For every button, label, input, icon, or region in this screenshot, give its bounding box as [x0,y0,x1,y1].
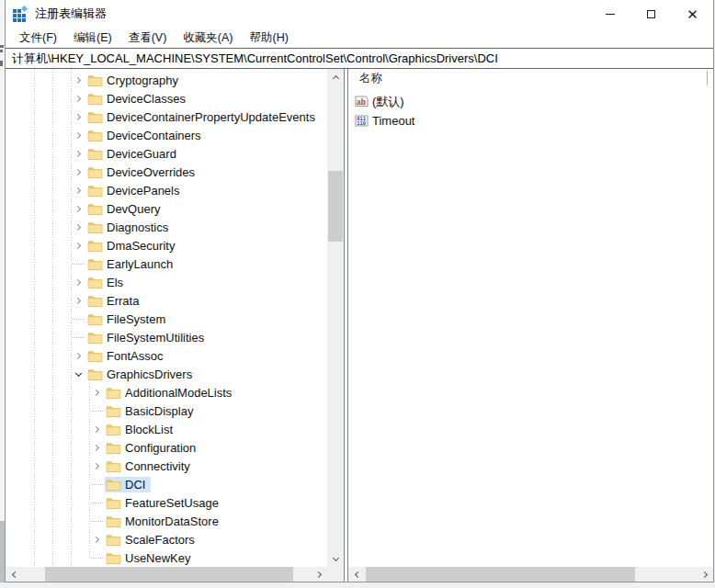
tree-item-label: DeviceClasses [106,92,186,106]
scroll-up-arrow-icon[interactable] [327,69,344,85]
menu-view[interactable]: 查看(V) [120,28,176,49]
expand-chevron-icon[interactable] [74,131,81,138]
scroll-down-arrow-icon[interactable] [327,551,344,567]
expand-chevron-icon[interactable] [93,462,99,469]
tree-item-FeatureSetUsage[interactable]: FeatureSetUsage [6,493,327,512]
value-row-(默认)[interactable]: ab(默认) [348,92,713,111]
tree-item-EarlyLaunch[interactable]: EarlyLaunch [6,254,327,273]
scroll-left-arrow-icon[interactable] [348,567,364,582]
collapse-chevron-icon[interactable] [75,369,82,376]
folder-icon [87,368,103,380]
tree-hscroll-thumb[interactable] [45,567,293,582]
svg-text:110: 110 [357,120,366,126]
tree-item-BlockList[interactable]: BlockList [6,420,327,438]
tree-item-FileSystemUtilities[interactable]: FileSystemUtilities [6,328,327,346]
tree-item-DeviceContainers[interactable]: DeviceContainers [6,126,327,144]
values-hscroll-track[interactable] [364,567,698,582]
expand-chevron-icon[interactable] [74,187,81,193]
expand-chevron-icon[interactable] [74,242,81,248]
values-hscroll-thumb[interactable] [366,567,635,582]
value-row-Timeout[interactable]: 011110Timeout [348,111,713,130]
tree-vertical-scrollbar[interactable] [327,69,344,567]
expand-chevron-icon[interactable] [74,297,81,303]
expand-chevron-icon[interactable] [74,205,81,211]
expand-chevron-icon[interactable] [74,168,81,175]
tree-item-GraphicsDrivers[interactable]: GraphicsDrivers [6,365,327,383]
tree-item-MonitorDataStore[interactable]: MonitorDataStore [6,512,327,530]
background-window-bottom [0,582,715,588]
expand-chevron-icon[interactable] [74,150,81,156]
tree-item-DevQuery[interactable]: DevQuery [6,199,327,218]
tree-vscroll-thumb[interactable] [328,171,343,242]
menu-help[interactable]: 帮助(H) [241,28,296,49]
tree-item-FileSystem[interactable]: FileSystem [6,310,327,328]
expand-chevron-icon[interactable] [93,444,99,450]
expand-chevron-icon[interactable] [93,536,99,542]
maximize-button[interactable] [630,0,672,28]
menu-edit[interactable]: 编辑(E) [65,28,120,49]
minimize-button[interactable] [589,0,630,28]
folder-icon [87,312,103,325]
tree-item-ScaleFactors[interactable]: ScaleFactors [6,530,327,548]
expand-chevron-icon[interactable] [74,352,81,358]
tree-item-Configuration[interactable]: Configuration [6,438,327,457]
folder-icon [87,294,103,307]
tree-item-AdditionalModeLists[interactable]: AdditionalModeLists [6,383,327,401]
tree-guide-stub [91,411,103,412]
tree-item-label: UseNewKey [124,551,191,565]
expand-chevron-icon[interactable] [93,389,99,395]
tree-item-FontAssoc[interactable]: FontAssoc [6,346,327,365]
tree-item-label: BlockList [124,423,173,436]
minimize-icon [606,14,615,15]
tree-guide-stub [73,337,85,338]
tree-item-Connectivity[interactable]: Connectivity [6,457,327,475]
expand-chevron-icon[interactable] [74,95,81,101]
tree-item-label: DevQuery [106,202,161,216]
folder-icon [87,202,103,215]
tree-guide-stub [91,484,103,485]
tree-item-BasicDisplay[interactable]: BasicDisplay [6,401,327,420]
tree-item-DCI[interactable]: DCI [6,475,327,493]
value-name-label: Timeout [372,114,414,128]
close-button[interactable]: ✕ [672,0,713,28]
address-path[interactable]: 计算机\HKEY_LOCAL_MACHINE\SYSTEM\CurrentCon… [6,51,498,67]
tree-item-DeviceGuard[interactable]: DeviceGuard [6,144,327,163]
folder-icon [87,184,103,197]
tree-item-DmaSecurity[interactable]: DmaSecurity [6,236,327,254]
expand-chevron-icon[interactable] [93,425,99,432]
scroll-right-arrow-icon[interactable] [698,567,713,582]
column-divider[interactable] [707,71,708,85]
tree-item-Cryptography[interactable]: Cryptography [6,71,327,89]
tree-item-label: EarlyLaunch [106,257,173,271]
tree-item-DeviceClasses[interactable]: DeviceClasses [6,89,327,107]
menu-file[interactable]: 文件(F) [11,28,65,49]
values-horizontal-scrollbar[interactable] [348,567,713,582]
folder-icon [87,165,103,178]
tree-item-DeviceOverrides[interactable]: DeviceOverrides [6,163,327,181]
scroll-left-arrow-icon[interactable] [6,567,21,582]
tree-hscroll-track[interactable] [21,567,312,582]
address-bar[interactable]: 计算机\HKEY_LOCAL_MACHINE\SYSTEM\CurrentCon… [6,48,713,69]
tree-item-Errata[interactable]: Errata [6,291,327,310]
expand-chevron-icon[interactable] [74,223,81,230]
tree-guide-stub [91,558,103,559]
expand-chevron-icon[interactable] [74,113,81,119]
tree-horizontal-scrollbar[interactable] [6,567,344,582]
scroll-right-arrow-icon[interactable] [312,567,327,582]
tree-item-label: MonitorDataStore [124,514,219,528]
folder-icon [106,533,121,546]
tree-item-DeviceContainerPropertyUpdateEvents[interactable]: DeviceContainerPropertyUpdateEvents [6,107,327,126]
expand-chevron-icon[interactable] [74,76,81,83]
tree-item-UseNewKey[interactable]: UseNewKey [6,548,327,567]
values-pane: 名称 ab(默认)011110Timeout [347,69,713,582]
tree-item-Els[interactable]: Els [6,273,327,291]
tree-item-DevicePanels[interactable]: DevicePanels [6,181,327,199]
tree-item-label: Diagnostics [106,220,168,234]
tree-guide-stub [73,319,85,320]
registry-editor-app-icon [13,6,28,21]
column-header-name[interactable]: 名称 [348,71,382,86]
menu-favorites[interactable]: 收藏夹(A) [175,28,241,49]
expand-chevron-icon[interactable] [74,278,81,285]
tree-item-Diagnostics[interactable]: Diagnostics [6,218,327,236]
maximize-icon [647,10,655,18]
